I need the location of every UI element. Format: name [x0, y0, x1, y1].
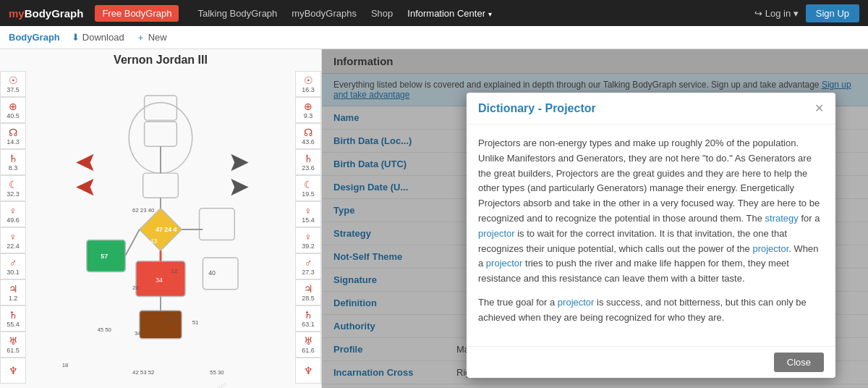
svg-rect-6 — [200, 208, 235, 240]
planet-row: ♀39.2 — [295, 227, 321, 253]
brand-prefix: my — [9, 7, 25, 20]
svg-marker-17 — [76, 179, 93, 195]
planet-symbols-left: ☉37.5 ⊕40.5 ☊14.3 ♄8.3 ☾32.3 ♀49.6 ♀22.4… — [0, 71, 26, 384]
planet-row: ♆ — [0, 358, 26, 384]
svg-text:42 53 52: 42 53 52 — [132, 369, 154, 376]
modal-header: Dictionary - Projector ✕ — [467, 93, 835, 125]
planet-row: ♆ — [295, 358, 321, 384]
svg-text:40: 40 — [208, 269, 216, 277]
planet-row: ♂27.3 — [295, 253, 321, 279]
svg-marker-16 — [76, 154, 93, 171]
signup-button[interactable]: Sign Up — [806, 4, 859, 22]
modal-paragraph-1: Projectors are non-energy types and make… — [478, 136, 824, 287]
planet-row: ⊕40.5 — [0, 97, 26, 123]
dictionary-modal: Dictionary - Projector ✕ Projectors are … — [467, 93, 835, 378]
nav-right-actions: ↪ Log in ▾ Sign Up — [754, 4, 859, 22]
planet-row: ♅61.6 — [295, 332, 321, 358]
svg-text:45 50: 45 50 — [97, 326, 111, 333]
free-bodygraph-button[interactable]: Free BodyGraph — [95, 5, 179, 22]
planet-row: ⊕9.3 — [295, 97, 321, 123]
planet-row: ♀15.4 — [295, 201, 321, 227]
nav-links: Talking BodyGraph myBodyGraphs Shop Info… — [197, 8, 491, 19]
nav-shop[interactable]: Shop — [371, 8, 393, 19]
planet-row: ♃28.5 — [295, 279, 321, 305]
svg-text:12: 12 — [171, 268, 178, 274]
login-button[interactable]: ↪ Log in ▾ — [754, 8, 799, 19]
svg-text:myBodyGraph.com: myBodyGraph.com — [183, 381, 228, 388]
modal-title: Dictionary - Projector — [478, 102, 596, 115]
planet-row: ♂30.1 — [0, 253, 26, 279]
svg-text:34: 34 — [135, 330, 141, 337]
bodygraph-visual: 47 24 4 43 57 34 40 62 23 40 12 20 51 45… — [29, 71, 292, 388]
login-icon: ↪ — [754, 8, 762, 19]
brand-logo[interactable]: myBodyGraph — [9, 7, 83, 20]
planet-row: ☉37.5 — [0, 71, 26, 97]
planet-row: ♃1.2 — [0, 279, 26, 305]
svg-rect-4 — [140, 311, 182, 339]
svg-text:43: 43 — [150, 237, 157, 245]
svg-line-14 — [125, 229, 139, 256]
main-layout: Vernon Jordan III ☉37.5 ⊕40.5 ☊14.3 ♄8.3… — [0, 49, 868, 388]
planet-row: ♀22.4 — [0, 227, 26, 253]
planet-symbols-right: ☉16.3 ⊕9.3 ☊43.6 ♄23.6 ☾19.5 ♀15.4 ♀39.2… — [295, 71, 321, 384]
svg-marker-19 — [231, 179, 248, 195]
svg-rect-9 — [145, 122, 177, 146]
bodygraph-svg: 47 24 4 43 57 34 40 62 23 40 12 20 51 45… — [29, 71, 292, 388]
top-navigation: myBodyGraph Free BodyGraph Talking BodyG… — [0, 0, 868, 26]
svg-rect-1 — [143, 173, 179, 198]
download-button[interactable]: ⬇ Download — [72, 32, 124, 43]
svg-text:37: 37 — [168, 316, 174, 323]
planet-row: ☊43.6 — [295, 123, 321, 149]
download-icon: ⬇ — [72, 32, 80, 43]
dropdown-arrow-icon: ▾ — [488, 10, 492, 18]
modal-footer: Close — [467, 346, 835, 378]
planet-row: ☊14.3 — [0, 123, 26, 149]
plus-icon: ＋ — [136, 31, 145, 44]
new-button[interactable]: ＋ New — [136, 31, 167, 44]
planet-row: ♄63.1 — [295, 305, 321, 332]
planet-row: ☉16.3 — [295, 71, 321, 97]
planet-row: ☾32.3 — [0, 175, 26, 201]
svg-text:55 30: 55 30 — [210, 369, 224, 376]
projector-link-1[interactable]: projector — [478, 228, 515, 239]
svg-text:47 24 4: 47 24 4 — [156, 226, 176, 233]
planet-row: ♄55.4 — [0, 305, 26, 332]
nav-information-center[interactable]: Information Center ▾ — [407, 8, 491, 19]
sub-navigation: BodyGraph ⬇ Download ＋ New — [0, 26, 868, 49]
svg-text:51: 51 — [192, 319, 199, 326]
svg-text:20: 20 — [132, 284, 139, 291]
svg-marker-18 — [231, 154, 248, 171]
svg-text:34: 34 — [156, 277, 163, 284]
right-panel: Information Everything listed below is c… — [322, 49, 868, 388]
modal-title-word: Projector — [545, 102, 595, 114]
planet-row: ♅61.5 — [0, 332, 26, 358]
brand-main: BodyGraph — [25, 7, 84, 20]
modal-close-button[interactable]: Close — [774, 353, 824, 372]
projector-link-2[interactable]: projector — [752, 243, 788, 254]
modal-overlay[interactable]: Dictionary - Projector ✕ Projectors are … — [322, 49, 868, 388]
nav-mybodygraphs[interactable]: myBodyGraphs — [292, 8, 357, 19]
svg-text:18: 18 — [62, 362, 69, 368]
planet-row: ♄8.3 — [0, 149, 26, 175]
modal-paragraph-2: The true goal for a projector is success… — [478, 295, 824, 326]
subnav-brand[interactable]: BodyGraph — [9, 32, 60, 43]
strategy-link[interactable]: strategy — [765, 213, 799, 224]
projector-link-4[interactable]: projector — [558, 297, 595, 308]
planet-row: ♀49.6 — [0, 201, 26, 227]
projector-link-3[interactable]: projector — [486, 258, 523, 269]
planet-row: ♄23.6 — [295, 149, 321, 175]
planet-row: ☾19.5 — [295, 175, 321, 201]
svg-text:62 23 40: 62 23 40 — [132, 207, 155, 214]
svg-rect-8 — [145, 96, 177, 120]
nav-talking-bodygraph[interactable]: Talking BodyGraph — [197, 8, 277, 19]
modal-body: Projectors are non-energy types and make… — [467, 125, 835, 346]
person-name: Vernon Jordan III — [0, 49, 321, 68]
svg-text:57: 57 — [101, 253, 108, 260]
modal-close-x-button[interactable]: ✕ — [814, 101, 824, 115]
left-panel: Vernon Jordan III ☉37.5 ⊕40.5 ☊14.3 ♄8.3… — [0, 49, 322, 388]
